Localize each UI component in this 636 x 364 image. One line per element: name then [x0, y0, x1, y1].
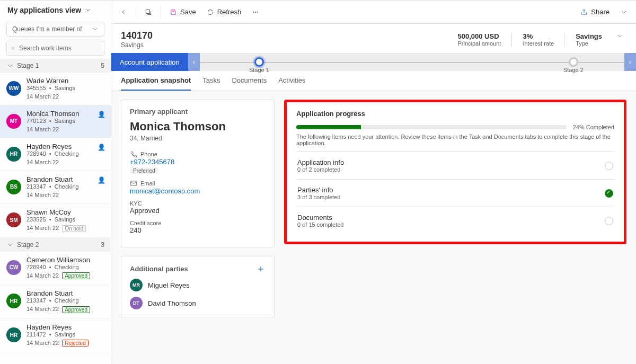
work-item-date: 14 March 22	[26, 192, 104, 198]
section-status-icon	[605, 189, 613, 198]
phone-value[interactable]: +972-2345678	[130, 158, 266, 166]
work-item-date: 14 March 22Approved	[26, 272, 104, 280]
phone-label: Phone	[140, 151, 157, 157]
progress-sections: Application info0 of 2 completedParties'…	[296, 152, 614, 234]
command-bar: Save Refresh Share	[111, 1, 636, 24]
ellipsis-icon	[252, 8, 259, 16]
section-sub: 0 of 15 completed	[297, 221, 343, 228]
progress-section[interactable]: Application info0 of 2 completed	[296, 152, 614, 179]
svg-rect-5	[131, 181, 137, 185]
svg-point-3	[255, 12, 256, 12]
work-item-name: Monica Thomson	[26, 110, 104, 118]
divider	[511, 32, 512, 47]
chevron-down-icon	[616, 32, 623, 40]
main-pane: Save Refresh Share 140170	[111, 1, 636, 364]
section-title: Application info	[297, 158, 344, 166]
stage-current-flag[interactable]: Account application	[111, 53, 188, 71]
work-item[interactable]: SMShawn McCoy233525 • Savings14 March 22…	[0, 204, 111, 238]
work-item-sub: 728940 • Checking	[26, 264, 104, 270]
open-window-button[interactable]	[140, 5, 156, 19]
work-item[interactable]: MTMonica Thomson770123 • Savings14 March…	[0, 105, 111, 138]
record-header: 140170 Savings 500,000 USD Principal amo…	[111, 24, 636, 53]
search-input-wrapper[interactable]	[6, 41, 104, 56]
progress-section[interactable]: Parties' info3 of 3 completed	[296, 179, 614, 207]
search-icon	[11, 45, 15, 52]
work-item-name: Wade Warren	[26, 77, 104, 85]
work-item-sub: 770123 • Savings	[26, 118, 104, 124]
share-icon	[580, 8, 588, 16]
header-expand[interactable]	[613, 32, 626, 41]
work-item-sub: 233525 • Savings	[26, 216, 104, 223]
queue-select-label: Queues I'm a member of	[12, 25, 82, 33]
status-badge: Approved	[62, 272, 90, 279]
work-item-name: Shawn McCoy	[26, 208, 104, 216]
work-item-sub: 345555 • Savings	[26, 85, 104, 91]
save-button[interactable]: Save	[165, 5, 200, 19]
search-input[interactable]	[18, 44, 100, 52]
section-status-icon	[605, 217, 613, 225]
tab-snapshot[interactable]: Application snapshot	[121, 71, 191, 91]
party-row[interactable]: MRMiguel Reyes	[130, 279, 266, 291]
avatar: BS	[6, 180, 21, 194]
work-item[interactable]: HRBrandon Stuart213347 • Checking14 Marc…	[0, 285, 111, 319]
score-value: 240	[130, 226, 266, 234]
add-party-button[interactable]: ＋	[256, 264, 266, 273]
stage2-label: Stage 2	[17, 241, 39, 248]
work-item[interactable]: HRHayden Reyes211472 • Savings14 March 2…	[0, 319, 111, 353]
refresh-button[interactable]: Refresh	[202, 5, 246, 19]
stage1-header[interactable]: Stage 1 5	[0, 59, 111, 73]
stage1-count: 5	[101, 62, 104, 69]
work-item-date: 14 March 22	[26, 93, 104, 100]
tab-activities[interactable]: Activities	[278, 71, 305, 91]
save-icon	[170, 8, 177, 16]
stage2-header[interactable]: Stage 2 3	[0, 238, 111, 252]
work-item-sub: 213347 • Checking	[26, 183, 104, 190]
work-item-date: 14 March 22	[26, 159, 104, 165]
chevron-down-icon	[620, 8, 628, 16]
stage-next-button[interactable]: ›	[624, 53, 636, 71]
section-title: Parties' info	[297, 186, 340, 194]
tab-documents[interactable]: Documents	[232, 71, 267, 91]
work-item[interactable]: WWWade Warren345555 • Savings14 March 22	[0, 73, 111, 105]
account-type: Savings	[576, 32, 602, 40]
stage2-list: CWCameron Williamson728940 • Checking14 …	[0, 252, 111, 353]
work-item[interactable]: CWCameron Williamson728940 • Checking14 …	[0, 252, 111, 286]
score-label: Credit score	[130, 220, 161, 226]
stage1-list: WWWade Warren345555 • Savings14 March 22…	[0, 73, 111, 238]
work-item-date: 14 March 22Approved	[26, 306, 104, 313]
email-label-row: Email	[130, 180, 266, 187]
presence-icon: 👤	[98, 176, 105, 184]
status-badge: Rejected	[62, 340, 88, 347]
back-button[interactable]	[116, 5, 131, 19]
tab-tasks[interactable]: Tasks	[202, 71, 220, 91]
chevron-down-icon	[6, 241, 14, 248]
progress-bar	[296, 125, 567, 129]
additional-parties-card: Additional parties ＋ MRMiguel ReyesDTDav…	[121, 256, 275, 317]
kyc-value: Approved	[130, 207, 266, 215]
work-item[interactable]: HRHayden Reyes728940 • Checking14 March …	[0, 138, 111, 171]
queue-select[interactable]: Queues I'm a member of	[6, 22, 104, 37]
section-sub: 3 of 3 completed	[297, 194, 340, 200]
more-button[interactable]	[248, 5, 263, 19]
stage2-count: 3	[101, 241, 104, 248]
application-progress-card: Application progress 24% Completed The f…	[284, 100, 626, 244]
share-dropdown[interactable]	[616, 5, 632, 19]
refresh-label: Refresh	[217, 8, 242, 16]
principal-amount: 500,000 USD	[458, 32, 501, 40]
record-subtitle: Savings	[121, 41, 153, 49]
view-title[interactable]: My applications view	[0, 1, 111, 20]
presence-icon: 👤	[98, 144, 105, 151]
account-type-label: Type	[576, 40, 602, 47]
work-item[interactable]: BSBrandon Stuart213347 • Checking14 Marc…	[0, 171, 111, 204]
stage-prev-button[interactable]: ‹	[188, 53, 200, 71]
stage-node-1-label: Stage 1	[249, 64, 269, 73]
avatar: MR	[130, 279, 143, 291]
progress-note: The following items need your attention.…	[296, 134, 614, 146]
section-sub: 0 of 2 completed	[297, 166, 344, 173]
status-badge: Approved	[62, 306, 90, 313]
email-value[interactable]: monicat@contoso.com	[130, 187, 266, 195]
svg-point-4	[257, 12, 258, 12]
progress-section[interactable]: Documents0 of 15 completed	[296, 207, 614, 234]
share-button[interactable]: Share	[576, 5, 614, 19]
party-row[interactable]: DTDavid Thomson	[130, 297, 266, 309]
